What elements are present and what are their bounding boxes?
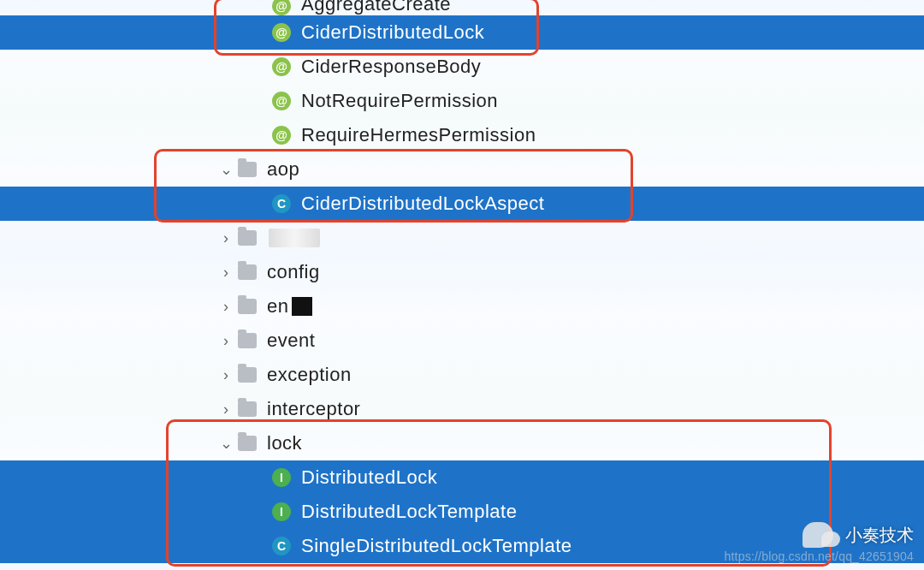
chevron-right-icon[interactable]: › xyxy=(214,264,238,282)
tree-item-label: SingleDistributedLockTemplate xyxy=(301,535,572,557)
tree-item-label: CiderDistributedLockAspect xyxy=(301,193,544,215)
tree-item-label: en xyxy=(267,295,288,318)
tree-row[interactable]: NotRequirePermission xyxy=(0,84,924,118)
chevron-right-icon[interactable]: › xyxy=(214,366,238,384)
tree-row[interactable]: ›event xyxy=(0,324,924,358)
tree-row[interactable]: CiderDistributedLock xyxy=(0,15,924,50)
folder-icon xyxy=(238,230,257,246)
tree-item-label: AggregateCreate xyxy=(301,0,451,15)
class-icon xyxy=(272,194,291,213)
tree-row[interactable]: ⌄aop xyxy=(0,152,924,187)
tree-row[interactable]: ›config xyxy=(0,255,924,289)
tree-row[interactable]: RequireHermesPermission xyxy=(0,118,924,152)
redacted-block xyxy=(292,297,312,316)
annotation-icon xyxy=(272,126,291,145)
tree-item-label: CiderDistributedLock xyxy=(301,21,484,44)
tree-item-label: interceptor xyxy=(267,398,360,420)
tree-row[interactable]: DistributedLock xyxy=(0,460,924,495)
folder-icon xyxy=(238,299,257,314)
tree-row[interactable]: ›interceptor xyxy=(0,392,924,426)
folder-icon xyxy=(238,264,257,280)
tree-item-label: lock xyxy=(267,432,302,454)
folder-icon xyxy=(238,401,257,417)
watermark-url: https://blog.csdn.net/qq_42651904 xyxy=(725,549,914,563)
folder-icon xyxy=(238,162,257,177)
folder-icon xyxy=(238,333,257,348)
interface-icon xyxy=(272,468,291,487)
wechat-icon xyxy=(821,531,840,547)
tree-item-label: DistributedLockTemplate xyxy=(301,501,517,523)
folder-icon xyxy=(238,367,257,383)
folder-icon xyxy=(238,436,257,451)
tree-row[interactable]: ⌄lock xyxy=(0,426,924,460)
watermark-name: 小奏技术 xyxy=(845,524,914,547)
tree-item-label: config xyxy=(267,261,320,283)
annotation-icon xyxy=(272,0,291,15)
tree-row[interactable]: AggregateCreate xyxy=(0,0,924,15)
annotation-icon xyxy=(272,92,291,110)
tree-item-label: CiderResponseBody xyxy=(301,56,481,78)
tree-item-label: event xyxy=(267,330,315,352)
tree-item-label: DistributedLock xyxy=(301,466,437,489)
chevron-right-icon[interactable]: › xyxy=(214,401,238,419)
tree-item-label: RequireHermesPermission xyxy=(301,124,536,146)
tree-row[interactable]: ›en xyxy=(0,289,924,324)
tree-row[interactable]: CiderResponseBody xyxy=(0,50,924,84)
chevron-down-icon[interactable]: ⌄ xyxy=(214,434,238,453)
annotation-icon xyxy=(272,57,291,76)
tree-item-label: exception xyxy=(267,364,352,386)
redacted-label xyxy=(269,229,320,247)
annotation-icon xyxy=(272,23,291,42)
tree-row[interactable]: ›exception xyxy=(0,358,924,392)
chevron-down-icon[interactable]: ⌄ xyxy=(214,160,238,179)
interface-icon xyxy=(272,502,291,521)
tree-row[interactable]: › xyxy=(0,221,924,255)
chevron-right-icon[interactable]: › xyxy=(214,298,238,316)
chevron-right-icon[interactable]: › xyxy=(214,229,238,247)
tree-item-label: aop xyxy=(267,158,299,181)
tree-item-label: NotRequirePermission xyxy=(301,90,498,112)
tree-row[interactable]: CiderDistributedLockAspect xyxy=(0,187,924,221)
class-icon xyxy=(272,537,291,555)
chevron-right-icon[interactable]: › xyxy=(214,332,238,350)
